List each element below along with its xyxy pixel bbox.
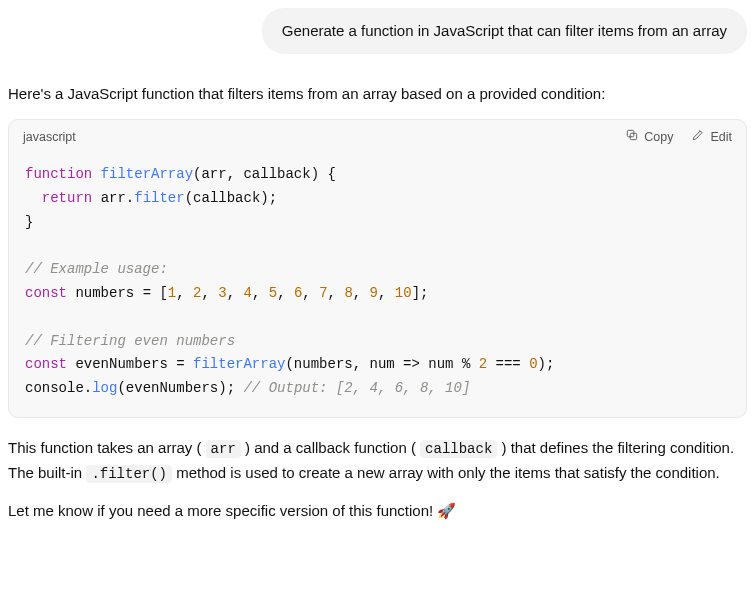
assistant-closing: Let me know if you need a more specific …: [8, 499, 747, 522]
edit-button[interactable]: Edit: [691, 128, 732, 145]
code-block-body[interactable]: function filterArray(arr, callback) { re…: [9, 153, 746, 417]
edit-button-label: Edit: [710, 130, 732, 144]
assistant-intro: Here's a JavaScript function that filter…: [8, 82, 747, 105]
user-message-text: Generate a function in JavaScript that c…: [282, 22, 727, 39]
assistant-explanation: This function takes an array ( arr ) and…: [8, 436, 747, 485]
copy-button-label: Copy: [644, 130, 673, 144]
inline-code-callback: callback: [420, 440, 497, 458]
text-fragment: This function takes an array (: [8, 439, 201, 456]
edit-icon: [691, 128, 705, 145]
inline-code-arr: arr: [206, 440, 241, 458]
code-block: javascript Copy Edit function filterArra…: [8, 119, 747, 418]
code-block-actions: Copy Edit: [625, 128, 732, 145]
inline-code-filter: .filter(): [86, 465, 172, 483]
text-fragment: method is used to create a new array wit…: [176, 464, 720, 481]
user-message-bubble: Generate a function in JavaScript that c…: [262, 8, 747, 54]
copy-button[interactable]: Copy: [625, 128, 673, 145]
code-block-header: javascript Copy Edit: [9, 120, 746, 153]
copy-icon: [625, 128, 639, 145]
text-fragment: ) and a callback function (: [245, 439, 416, 456]
user-message-row: Generate a function in JavaScript that c…: [8, 8, 747, 54]
code-language-label: javascript: [23, 130, 76, 144]
